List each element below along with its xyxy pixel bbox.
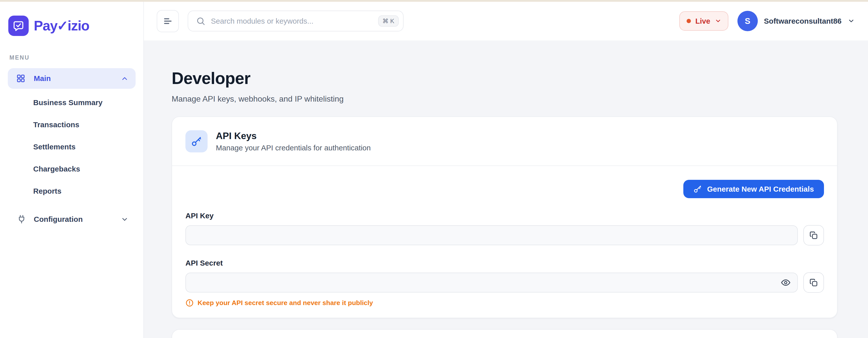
brand-name: Pay✓izio [34,18,89,34]
sidebar-toggle-button[interactable] [157,10,179,32]
sidebar-item-settlements[interactable]: Settlements [8,136,136,158]
sidebar-item-main[interactable]: Main [8,68,136,89]
api-keys-card: API Keys Manage your API credentials for… [172,116,838,318]
alert-circle-icon [185,299,194,307]
search-icon [196,16,205,26]
secret-warning-text: Keep your API secret secure and never sh… [197,299,373,307]
copy-icon [809,278,818,287]
toggle-secret-visibility-button[interactable] [780,276,792,289]
window-top-edge [0,0,868,2]
global-search: ⌘ K [188,10,404,32]
api-secret-label: API Secret [185,259,824,267]
search-input[interactable] [211,17,373,25]
sidebar-item-configuration[interactable]: Configuration [8,208,136,230]
sidebar-item-business-summary[interactable]: Business Summary [8,92,136,114]
sidebar-main-subitems: Business Summary Transactions Settlement… [8,92,136,202]
page-title: Developer [172,69,838,88]
topbar: ⌘ K Live S Softwareconsultant86 [144,2,868,40]
sidebar-nav: Main Business Summary Transactions Settl… [0,68,144,230]
api-keys-title: API Keys [216,131,371,141]
chevron-down-icon [848,18,855,25]
sidebar-item-reports[interactable]: Reports [8,180,136,202]
sidebar-item-transactions[interactable]: Transactions [8,114,136,136]
chevron-down-icon [715,18,721,24]
app-viewport: Pay✓izio MENU Main [0,0,868,338]
sidebar-item-main-label: Main [34,74,51,83]
copy-icon [809,231,818,240]
copy-api-secret-button[interactable] [803,272,824,293]
avatar: S [737,11,758,31]
generate-api-credentials-label: Generate New API Credentials [707,185,814,193]
live-status-dot-icon [687,19,691,23]
sidebar-item-chargebacks[interactable]: Chargebacks [8,158,136,180]
chevron-up-icon [121,75,129,82]
key-icon [693,184,702,193]
content-area: Developer Manage API keys, webhooks, and… [144,40,868,338]
api-secret-input[interactable] [185,273,798,293]
next-section-card [172,329,838,338]
search-shortcut-badge: ⌘ K [378,15,399,27]
generate-api-credentials-button[interactable]: Generate New API Credentials [683,180,824,198]
copy-api-key-button[interactable] [803,225,824,245]
environment-selector[interactable]: Live [679,11,728,31]
sidebar-section-label: MENU [9,54,144,61]
sidebar: Pay✓izio MENU Main [0,2,144,338]
environment-label: Live [695,17,710,25]
api-keys-card-header: API Keys Manage your API credentials for… [172,117,837,166]
api-key-label: API Key [185,211,824,220]
key-icon [185,130,208,153]
chevron-down-icon [121,215,129,223]
api-key-input[interactable] [185,225,798,245]
brand-check-bubble-icon [8,15,29,36]
plug-icon [17,214,27,224]
hamburger-icon [162,15,173,27]
brand-name-check-glyph: ✓ [57,18,68,33]
user-menu[interactable]: S Softwareconsultant86 [737,11,855,31]
eye-icon [780,277,791,288]
sidebar-item-configuration-label: Configuration [34,215,83,224]
secret-warning: Keep your API secret secure and never sh… [185,299,824,307]
page-subtitle: Manage API keys, webhooks, and IP whitel… [172,94,838,104]
api-keys-subtitle: Manage your API credentials for authenti… [216,144,371,152]
api-keys-card-body: Generate New API Credentials API Key [172,166,837,317]
grid-icon [16,74,25,83]
username: Softwareconsultant86 [764,17,842,25]
brand-logo[interactable]: Pay✓izio [0,2,144,36]
